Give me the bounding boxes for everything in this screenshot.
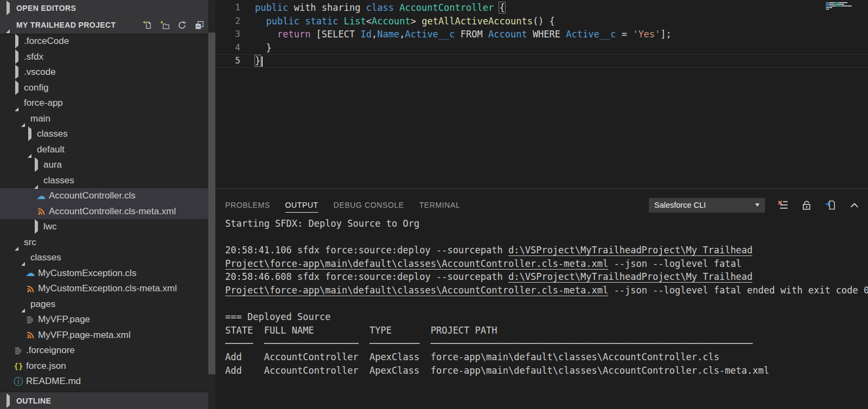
maximize-panel-button[interactable] bbox=[848, 199, 860, 211]
line-number: 3 bbox=[215, 28, 240, 41]
output-line: Starting SFDX: Deploy Source to Org bbox=[225, 217, 868, 231]
code-line-1[interactable]: 1public with sharing class AccountContro… bbox=[215, 1, 868, 15]
output-text: --json --loglevel fatal bbox=[608, 258, 742, 269]
panel-tabs: PROBLEMSOUTPUTDEBUG CONSOLETERMINAL bbox=[225, 200, 475, 210]
chevron-collapsed-icon bbox=[15, 34, 18, 48]
file-path-link[interactable]: Project\force-app\main\default\classes\A… bbox=[225, 258, 608, 270]
tree-item-label: MyCustomException.cls-meta.xml bbox=[38, 283, 177, 294]
vscode-window: OPEN EDITORS MY TRAILHEAD PROJECT bbox=[0, 0, 868, 409]
code-text: return [SELECT Id,Name,Active__c FROM Ac… bbox=[255, 28, 672, 41]
tree-item-config[interactable]: config bbox=[0, 80, 208, 96]
open-log-file-button[interactable] bbox=[825, 199, 837, 211]
line-number: 1 bbox=[215, 1, 240, 15]
tree-item-label: lwc bbox=[43, 221, 57, 232]
output-text: === Deployed Source bbox=[225, 311, 330, 322]
bottom-panel: PROBLEMSOUTPUTDEBUG CONSOLETERMINAL Sale… bbox=[215, 188, 868, 409]
tree-item-myvfp-page[interactable]: MyVFP.page bbox=[0, 312, 208, 328]
lines-icon bbox=[25, 316, 36, 323]
sidebar-scrollbar-thumb[interactable] bbox=[208, 33, 215, 374]
tree-item--vscode[interactable]: .vscode bbox=[0, 65, 208, 80]
output-channel-select[interactable]: Salesforce CLI bbox=[649, 198, 765, 213]
outline-section-header[interactable]: OUTLINE bbox=[0, 392, 215, 409]
braces-icon: {} bbox=[13, 362, 24, 370]
panel-header: PROBLEMSOUTPUTDEBUG CONSOLETERMINAL Sale… bbox=[215, 189, 868, 217]
tree-item-readme-md[interactable]: ⓘREADME.md bbox=[0, 374, 208, 389]
explorer-sidebar: OPEN EDITORS MY TRAILHEAD PROJECT bbox=[0, 0, 208, 409]
text-cursor bbox=[261, 56, 263, 67]
tree-item-label: MyVFP.page-meta.xml bbox=[38, 330, 131, 341]
collapse-all-button[interactable] bbox=[194, 20, 204, 30]
code-line-2[interactable]: 2 public static List<Account> getAllActi… bbox=[215, 15, 868, 28]
output-text: Add AccountController ApexClass force-ap… bbox=[225, 365, 769, 376]
output-line: Project\force-app\main\default\classes\A… bbox=[225, 284, 868, 297]
tree-item-default[interactable]: default bbox=[0, 142, 208, 158]
explorer-actions bbox=[142, 20, 208, 30]
project-section-header[interactable]: MY TRAILHEAD PROJECT bbox=[0, 16, 208, 34]
file-path-link[interactable]: Project\force-app\main\default\classes\A… bbox=[225, 285, 608, 296]
tree-item-label: force.json bbox=[26, 361, 66, 372]
tree-item-classes[interactable]: classes bbox=[0, 173, 208, 189]
tree-item-aura[interactable]: aura bbox=[0, 157, 208, 173]
chevron-collapsed-icon bbox=[15, 49, 18, 64]
tree-item-lwc[interactable]: lwc bbox=[0, 219, 208, 235]
outline-label: OUTLINE bbox=[16, 397, 51, 405]
panel-tab-debug-console[interactable]: DEBUG CONSOLE bbox=[334, 201, 404, 213]
tree-item-main[interactable]: main bbox=[0, 111, 208, 127]
tree-item-label: .vscode bbox=[24, 67, 56, 78]
code-text: } bbox=[255, 41, 272, 55]
code-line-3[interactable]: 3 return [SELECT Id,Name,Active__c FROM … bbox=[215, 28, 868, 41]
line-number: 5 bbox=[215, 55, 240, 67]
file-path-link[interactable]: d:\VSProject\MyTrailheadProject\My Trail… bbox=[508, 271, 752, 283]
code-line-4[interactable]: 4 } bbox=[215, 41, 868, 55]
collapse-all-icon bbox=[195, 21, 204, 30]
tree-item-classes[interactable]: classes bbox=[0, 250, 208, 266]
output-text: 20:58:46.608 sfdx force:source:deploy --… bbox=[225, 271, 508, 282]
chevron-expanded-icon bbox=[21, 253, 25, 266]
file-tree: .forceCode.sfdx.vscodeconfigforce-appmai… bbox=[0, 34, 208, 392]
tree-item-mycustomexception-cls-meta-xml[interactable]: MyCustomException.cls-meta.xml bbox=[0, 281, 208, 297]
code-text: } bbox=[255, 55, 263, 67]
chevron-collapsed-icon bbox=[7, 393, 10, 408]
tree-item-label: README.md bbox=[26, 376, 81, 387]
new-folder-button[interactable] bbox=[159, 20, 169, 30]
new-file-icon bbox=[143, 21, 152, 30]
new-folder-icon bbox=[160, 21, 169, 30]
chevron-up-icon bbox=[849, 200, 860, 210]
output-text: --json --loglevel fatal ended with exit … bbox=[608, 285, 868, 296]
clear-output-button[interactable] bbox=[777, 199, 789, 211]
refresh-button[interactable] bbox=[177, 20, 187, 30]
chevron-collapsed-icon bbox=[7, 1, 10, 15]
tree-item-label: AccountController.cls bbox=[49, 190, 136, 201]
panel-tab-problems[interactable]: PROBLEMS bbox=[225, 201, 270, 213]
tree-item-label: MyVFP.page bbox=[38, 314, 90, 325]
panel-tab-output[interactable]: OUTPUT bbox=[285, 201, 318, 213]
tree-item-myvfp-page-meta-xml[interactable]: MyVFP.page-meta.xml bbox=[0, 328, 208, 343]
new-file-button[interactable] bbox=[142, 20, 152, 30]
panel-actions: Salesforce CLI bbox=[649, 198, 860, 213]
code-editor[interactable]: 1public with sharing class AccountContro… bbox=[215, 0, 868, 188]
code-line-5[interactable]: 5} bbox=[215, 54, 868, 68]
tree-item-classes[interactable]: classes bbox=[0, 126, 208, 142]
tree-item-force-json[interactable]: {}force.json bbox=[0, 359, 208, 374]
chevron-expanded-icon bbox=[21, 299, 25, 312]
cloud-icon: ☁ bbox=[36, 190, 47, 202]
minimap[interactable] bbox=[826, 2, 865, 10]
minimap-line bbox=[826, 7, 832, 8]
tree-item-label: MyCustomException.cls bbox=[38, 268, 136, 279]
tree-item-accountcontroller-cls-meta-xml[interactable]: AccountController.cls-meta.xml bbox=[0, 204, 208, 220]
tree-item-mycustomexception-cls[interactable]: ☁MyCustomException.cls bbox=[0, 266, 208, 282]
tree-item--sfdx[interactable]: .sfdx bbox=[0, 49, 208, 65]
tree-item-accountcontroller-cls[interactable]: ☁AccountController.cls bbox=[0, 188, 208, 204]
file-path-link[interactable]: d:\VSProject\MyTrailheadProject\My Trail… bbox=[508, 245, 752, 256]
tree-item--forcecode[interactable]: .forceCode bbox=[0, 34, 208, 49]
line-number: 2 bbox=[215, 15, 240, 28]
tree-item-src[interactable]: src bbox=[0, 235, 208, 251]
tree-item-pages[interactable]: pages bbox=[0, 297, 208, 312]
tree-item-force-app[interactable]: force-app bbox=[0, 95, 208, 111]
lock-scroll-button[interactable] bbox=[801, 199, 813, 211]
open-editors-section[interactable]: OPEN EDITORS bbox=[0, 0, 208, 16]
panel-tab-terminal[interactable]: TERMINAL bbox=[419, 201, 461, 213]
output-console[interactable]: Starting SFDX: Deploy Source to Org 20:5… bbox=[215, 217, 868, 377]
code-text: public static List<Account> getAllActive… bbox=[255, 15, 555, 28]
tree-item--forceignore[interactable]: .forceignore bbox=[0, 343, 208, 359]
